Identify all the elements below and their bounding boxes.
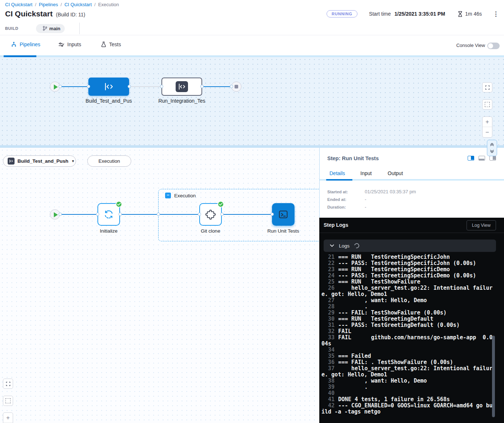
- step-node-git-clone[interactable]: [199, 203, 222, 226]
- step-logs-panel: Step Logs Log View Logs 21=== RUN TestGr…: [319, 218, 504, 423]
- log-line-text: === RUN TestGreetingSpecificJohn: [338, 254, 450, 260]
- log-line: 25=== RUN TestShowFailure: [321, 279, 494, 285]
- log-line: 34: [321, 347, 494, 353]
- page-title: CI Quickstart: [5, 9, 53, 18]
- step-details-list: Started at: 01/25/2021 03:35:37 pm Ended…: [327, 188, 495, 211]
- tab-label: Tests: [109, 41, 121, 47]
- collapse-group-icon[interactable]: −: [165, 193, 171, 198]
- pipeline-execution-page: CI Quickstart/Pipelines/CI Quickstart/Ex…: [0, 0, 504, 423]
- breadcrumb-link-project[interactable]: CI Quickstart: [5, 2, 32, 7]
- zoom-in-button[interactable]: +: [483, 117, 492, 127]
- node-port: [230, 85, 233, 88]
- tab-output[interactable]: Output: [388, 170, 403, 176]
- chevron-down-icon: [330, 244, 334, 247]
- log-line-text: .: [338, 384, 368, 390]
- start-time-label: Start time: [369, 11, 391, 17]
- log-line: 30=== RUN TestGreetingDefault: [321, 316, 494, 322]
- tab-inputs[interactable]: Inputs: [58, 41, 81, 47]
- log-line: 38 , want: Hello, Demo: [321, 378, 494, 384]
- log-line-text: DONE 4 tests, 1 failure in 26.568s: [338, 396, 450, 403]
- log-line-text: === FAIL: . TestShowFailure (0.00s): [338, 359, 453, 365]
- loading-spinner-icon: [353, 242, 360, 249]
- log-line: 40: [321, 390, 494, 396]
- edge-start-stage1: [60, 86, 88, 87]
- canvas-divider[interactable]: [0, 145, 504, 148]
- tab-label: Inputs: [67, 41, 81, 47]
- marquee-select-button[interactable]: [482, 99, 492, 110]
- node-port: [198, 213, 201, 216]
- log-line-number: 23: [321, 266, 335, 273]
- log-line-number: 22: [321, 260, 335, 266]
- log-line-number: 39: [321, 384, 335, 390]
- tab-tests[interactable]: Tests: [101, 41, 121, 47]
- stage-node-build-test-and-push[interactable]: [88, 78, 129, 96]
- branch-chip[interactable]: main: [36, 24, 65, 33]
- tab-pipelines[interactable]: Pipelines: [11, 41, 40, 47]
- detail-label: Started at:: [327, 190, 365, 194]
- plugin-puzzle-icon: [205, 209, 216, 220]
- tab-input[interactable]: Input: [360, 170, 372, 176]
- node-port: [59, 85, 62, 88]
- tests-flask-icon: [101, 41, 106, 47]
- layout-minimize-icon[interactable]: [489, 156, 496, 161]
- breadcrumb-link-pipelines[interactable]: Pipelines: [39, 2, 58, 7]
- start-time-value: 1/25/2021 3:35:01 PM: [395, 11, 445, 17]
- tab-details[interactable]: Details: [329, 170, 345, 176]
- node-port: [160, 85, 163, 88]
- log-line: 26 hello_server_test.go:22: Intentional …: [321, 285, 494, 297]
- stage-label: Run_Integration_Tes: [158, 98, 206, 104]
- edge-stage1-stage2: [129, 86, 161, 87]
- log-line: 35=== Failed: [321, 353, 494, 359]
- console-view-toggle[interactable]: [487, 43, 500, 49]
- log-line: 33FAIL github.com/harness/go-sample-app …: [321, 335, 494, 347]
- node-port: [157, 213, 160, 216]
- step-node-initialize[interactable]: [97, 203, 120, 226]
- fullscreen-button[interactable]: [3, 379, 13, 389]
- group-label: Execution: [174, 193, 196, 198]
- play-icon: [54, 212, 58, 217]
- log-line-number: 30: [321, 316, 335, 322]
- log-line-text: hello_server_test.go:22: Intentional fai…: [321, 285, 492, 297]
- stage-selector-dropdown[interactable]: Build_Test_and_Push ▾: [3, 155, 76, 167]
- marquee-select-button[interactable]: [3, 396, 13, 406]
- log-line-number: 35: [321, 353, 335, 359]
- success-check-icon: [116, 201, 122, 207]
- log-scrollbar-thumb[interactable]: [492, 336, 495, 417]
- panel-tab-strip: [320, 179, 504, 181]
- layout-split-bottom-icon[interactable]: [479, 156, 485, 161]
- zoom-out-button[interactable]: −: [483, 127, 492, 138]
- stage-node-run-integration-tests[interactable]: [161, 78, 202, 96]
- log-line-number: 27: [321, 297, 335, 304]
- step-logs-title: Step Logs: [324, 222, 348, 228]
- step-node-run-unit-tests[interactable]: [272, 203, 295, 226]
- detail-value: -: [365, 204, 366, 210]
- stage-graph-canvas: Build_Test_and_Pus Run_Integration_Tes +…: [0, 57, 504, 145]
- log-line-number: 21: [321, 254, 335, 260]
- logs-section-toggle[interactable]: Logs: [324, 240, 496, 252]
- log-line-number: 29: [321, 310, 335, 316]
- active-tab-indicator: [326, 179, 352, 181]
- more-options-icon[interactable]: ⋮: [493, 11, 499, 17]
- zoom-in-button[interactable]: +: [3, 413, 13, 423]
- build-section-label: BUILD: [5, 26, 19, 31]
- step-label: Initialize: [86, 228, 132, 234]
- logs-section-label: Logs: [339, 243, 349, 249]
- log-line-text: --- CGO_ENABLED=0 GOOS=linux GOARCH=amd6…: [321, 402, 492, 415]
- log-view-button[interactable]: Log View: [467, 220, 496, 230]
- log-line-number: 40: [321, 390, 335, 396]
- detail-row: Ended at: -: [327, 195, 495, 203]
- pipelines-icon: [11, 41, 17, 47]
- group-header[interactable]: − Execution: [165, 193, 196, 198]
- edge-gitclone-rununittests: [222, 214, 272, 215]
- breadcrumb-link-pipeline[interactable]: CI Quickstart: [64, 2, 92, 7]
- edge-stage2-end: [202, 86, 231, 87]
- layout-split-right-icon[interactable]: [468, 156, 474, 161]
- node-port: [220, 213, 224, 216]
- node-port: [96, 213, 99, 216]
- fullscreen-button[interactable]: [482, 82, 492, 92]
- step-label: Run Unit Tests: [260, 228, 306, 234]
- success-check-icon: [217, 201, 224, 207]
- log-line-text: .: [338, 303, 368, 310]
- panel-collapse-control[interactable]: [487, 140, 497, 156]
- execution-chip[interactable]: Execution: [87, 155, 131, 167]
